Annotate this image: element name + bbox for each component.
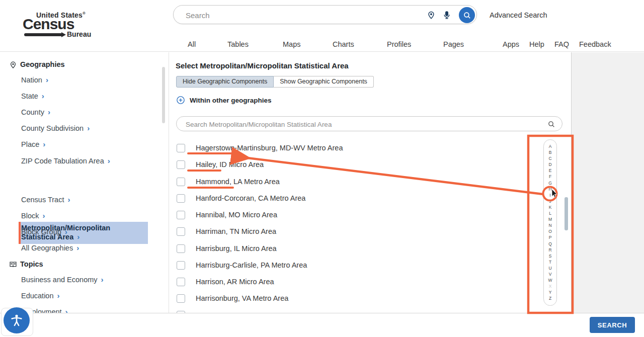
- alpha-letter[interactable]: W: [548, 278, 552, 283]
- chevron-right-icon: ›: [101, 275, 104, 284]
- tab-maps[interactable]: Maps: [283, 40, 300, 48]
- sidebar-item-state[interactable]: State›: [21, 92, 44, 100]
- alpha-letter[interactable]: R: [548, 248, 551, 252]
- checkbox[interactable]: [177, 178, 185, 186]
- global-search-input[interactable]: [186, 10, 417, 21]
- sidebar-item-education[interactable]: Education›: [21, 291, 60, 300]
- alpha-letter[interactable]: I: [549, 193, 550, 198]
- alpha-letter[interactable]: C: [548, 156, 551, 161]
- sidebar-item-business-and-economy[interactable]: Business and Economy›: [21, 275, 104, 284]
- link-help[interactable]: Help: [529, 40, 544, 48]
- list-item: Hailey, ID Micro Area: [177, 159, 264, 170]
- sidebar-item-county-subdivision[interactable]: County Subdivision›: [21, 124, 90, 132]
- sidebar-item-county[interactable]: County›: [21, 108, 50, 116]
- chevron-right-icon: ›: [42, 211, 45, 220]
- topics-section-title: Topics: [20, 260, 43, 268]
- alpha-letter[interactable]: K: [549, 205, 552, 210]
- tab-pages[interactable]: Pages: [443, 40, 464, 48]
- location-pin-icon[interactable]: [427, 11, 436, 20]
- sidebar-item-place[interactable]: Place›: [21, 140, 45, 148]
- checkbox[interactable]: [177, 194, 185, 203]
- list-item: Harrisburg-Carlisle, PA Metro Area: [177, 260, 307, 270]
- checkbox[interactable]: [177, 244, 185, 253]
- alpha-letter[interactable]: E: [549, 168, 552, 173]
- alpha-letter[interactable]: O: [548, 229, 552, 234]
- sidebar-item-all-geographies[interactable]: All Geographies›: [21, 243, 79, 252]
- panel-title: Select Metropolitan/Micropolitan Statist…: [176, 61, 349, 70]
- alpha-letter[interactable]: G: [548, 181, 552, 186]
- checkbox[interactable]: [177, 160, 185, 169]
- link-faq[interactable]: FAQ: [554, 40, 569, 48]
- within-other-geographies-expander[interactable]: Within other geographies: [176, 96, 272, 105]
- content-scrollbar-thumb[interactable]: [565, 197, 568, 230]
- alpha-letter[interactable]: F: [549, 175, 551, 179]
- link-feedback[interactable]: Feedback: [579, 40, 611, 48]
- alpha-letter[interactable]: U: [548, 266, 551, 271]
- sidebar-item-zip-code-tabulation-area[interactable]: ZIP Code Tabulation Area›: [21, 156, 110, 165]
- alpha-letter-disabled: X: [549, 284, 552, 289]
- alpha-letter[interactable]: Q: [548, 242, 552, 246]
- sidebar-scrollbar-thumb[interactable]: [162, 67, 165, 123]
- checkbox[interactable]: [177, 278, 185, 286]
- checkbox[interactable]: [177, 144, 185, 152]
- sidebar-item-block-group[interactable]: Block Group›: [21, 227, 67, 236]
- alpha-letter[interactable]: T: [549, 260, 551, 265]
- sidebar-item-nation[interactable]: Nation›: [21, 75, 48, 84]
- link-apps[interactable]: Apps: [503, 40, 519, 48]
- tab-tables[interactable]: Tables: [227, 40, 249, 48]
- sidebar: Geographies Nation› State› County› Count…: [0, 52, 169, 313]
- chevron-right-icon: ›: [76, 243, 79, 252]
- alpha-letter[interactable]: S: [549, 254, 552, 259]
- tab-profiles[interactable]: Profiles: [387, 40, 411, 48]
- tab-charts[interactable]: Charts: [333, 40, 354, 48]
- plus-circle-icon: [176, 96, 185, 105]
- search-icon: [463, 11, 471, 20]
- hide-geographic-components-button[interactable]: Hide Geographic Components: [176, 76, 274, 88]
- chevron-right-icon: ›: [77, 232, 79, 241]
- alpha-letter[interactable]: L: [549, 211, 551, 216]
- list-item: Hagerstown-Martinsburg, MD-WV Metro Area: [177, 143, 343, 153]
- checkbox[interactable]: [177, 227, 185, 236]
- registered-mark: ®: [83, 11, 86, 16]
- metro-area-search-bar[interactable]: [176, 116, 562, 131]
- accessibility-person-icon: [9, 313, 24, 328]
- alpha-letter[interactable]: A: [549, 144, 552, 149]
- search-icon[interactable]: [547, 120, 555, 128]
- book-icon: [9, 261, 17, 269]
- chevron-right-icon: ›: [87, 124, 90, 132]
- alpha-letter[interactable]: Y: [549, 290, 552, 295]
- alpha-letter[interactable]: D: [548, 162, 551, 167]
- alpha-letter[interactable]: V: [549, 272, 552, 277]
- microphone-icon[interactable]: [442, 11, 451, 20]
- sidebar-item-census-tract[interactable]: Census Tract›: [21, 195, 70, 204]
- alphabet-index-strip: A B C D E F G H I J K L M N O P Q R S T …: [543, 139, 557, 306]
- advanced-search-link[interactable]: Advanced Search: [490, 11, 547, 19]
- header: United States® Census Bureau Advanced Se…: [0, 0, 644, 52]
- list-item: Harrisonburg, VA Metro Area: [177, 293, 288, 303]
- alpha-letter[interactable]: P: [549, 235, 552, 240]
- census-advanced-search-page: United States® Census Bureau Advanced Se…: [0, 0, 644, 337]
- accessibility-button[interactable]: [4, 307, 30, 333]
- sidebar-item-block[interactable]: Block›: [21, 211, 45, 220]
- chevron-right-icon: ›: [65, 227, 67, 236]
- alpha-letter-highlighted[interactable]: H: [548, 187, 551, 192]
- geographies-section-title: Geographies: [20, 60, 65, 68]
- alpha-letter[interactable]: Z: [549, 296, 551, 301]
- global-search-bar[interactable]: [173, 5, 477, 24]
- chevron-right-icon: ›: [46, 75, 48, 84]
- checkbox[interactable]: [177, 261, 185, 270]
- tab-all[interactable]: All: [188, 40, 196, 48]
- show-geographic-components-button[interactable]: Show Geographic Components: [274, 76, 374, 88]
- search-submit-button[interactable]: [459, 7, 475, 23]
- search-button[interactable]: SEARCH: [590, 317, 635, 333]
- metro-area-search-input[interactable]: [186, 119, 528, 129]
- alpha-letter[interactable]: B: [549, 150, 552, 155]
- logo-bureau: Bureau: [67, 30, 91, 38]
- checkbox[interactable]: [177, 294, 185, 303]
- list-item: Hannibal, MO Micro Area: [177, 210, 277, 220]
- checkbox[interactable]: [177, 211, 185, 219]
- alpha-letter[interactable]: J: [549, 199, 551, 204]
- alpha-letter[interactable]: M: [548, 217, 552, 222]
- alpha-letter[interactable]: N: [548, 223, 551, 228]
- list-item: Harriman, TN Micro Area: [177, 226, 276, 236]
